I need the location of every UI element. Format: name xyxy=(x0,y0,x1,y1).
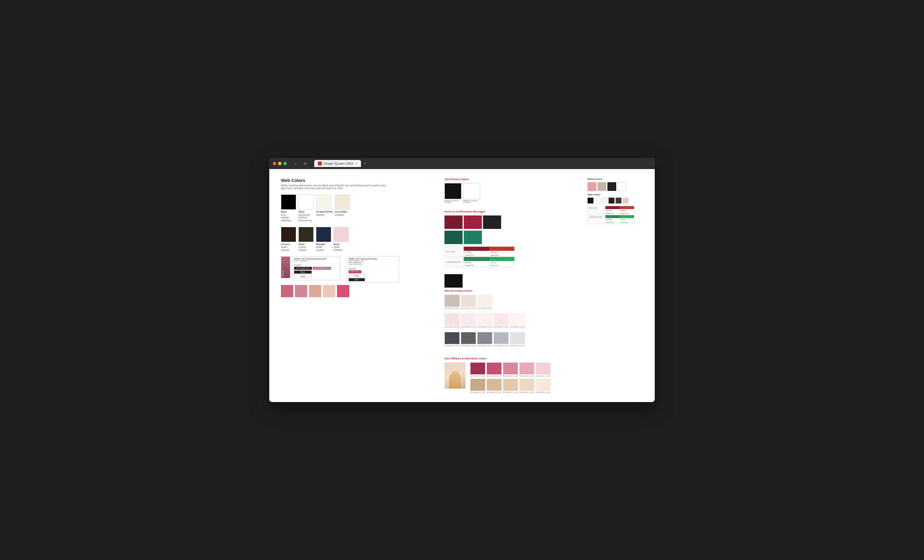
secondary-row2: SECONDARY COLOR SECONDARY COLOR SECONDAR… xyxy=(444,313,585,329)
swatch-box-wood xyxy=(298,227,314,242)
main-layout: Web Colors When creating web assets, we … xyxy=(281,178,643,393)
sec-swatch-pink4: SECONDARY COLOR xyxy=(494,313,509,329)
aff-box-pink2 xyxy=(486,362,502,374)
new-tab-button[interactable]: + xyxy=(362,161,368,166)
swatch-box-black xyxy=(281,195,296,210)
secondary-row3: SECONDARY COLOR SECONDARY COLOR SECONDAR… xyxy=(444,332,585,348)
aff-box-pink1 xyxy=(470,362,485,374)
secondary-colors-section: Site Secondary Colors SECONDARY COLOR SE… xyxy=(444,289,585,348)
error-swatch-3 xyxy=(483,216,501,229)
active-tab[interactable]: Design System 2022 ✕ xyxy=(314,160,361,167)
err-mini-label2: Confirmation Color xyxy=(588,215,605,224)
swatch-box-midnight xyxy=(316,227,331,242)
aff-label-tan1: SECONDARY COLOR xyxy=(470,392,485,393)
sec-swatch-pink3: SECONDARY COLOR xyxy=(477,313,492,329)
sec-label-dkgray4: SECONDARY COLOR xyxy=(494,345,509,348)
minimize-button[interactable] xyxy=(278,162,282,165)
secondary-black-box xyxy=(444,274,463,287)
brand-panel: Brand Colors Web Colors xyxy=(588,178,643,224)
page-subtitle: When creating web assets, we use black a… xyxy=(281,184,386,190)
brand-colors-row xyxy=(588,182,643,191)
aff-label-tan2: SECONDARY COLOR xyxy=(486,392,502,393)
color-swatch-offwhite: Off White (PMS)#FAFAF3 xyxy=(316,195,333,222)
sec-label-dkgray5: SECONDARY COLOR xyxy=(510,345,525,348)
err-mini-cell1b: #A03F1E Sample Text xyxy=(620,206,634,215)
sec-swatch-white2: SECONDARY COLOR xyxy=(477,295,492,311)
white-option[interactable]: White xyxy=(294,275,312,278)
sec-box-pink2 xyxy=(461,313,476,326)
affiliates-layout: SECONDARY COLOR SECONDARY COLOR SECONDAR… xyxy=(444,362,585,393)
aff-box-tan4 xyxy=(519,379,534,391)
tab-favicon xyxy=(318,162,322,166)
page-title: Web Colors xyxy=(281,178,439,183)
maximize-button[interactable] xyxy=(283,162,287,165)
error-swatch-2 xyxy=(464,216,482,229)
mini-chip-coconut xyxy=(609,198,615,204)
aff-label-pink1: SECONDARY COLOR xyxy=(470,375,485,377)
sec-label-pink3: SECONDARY COLOR xyxy=(477,326,492,329)
aff-swatch-tan5: SECONDARY COLOR xyxy=(536,379,551,393)
err-conf-mini-table: Error Color #A03324 Sample Text xyxy=(588,206,634,224)
sec-swatch-dkgray2: SECONDARY COLOR xyxy=(461,332,476,348)
errors-section: Errors & Confirmation Messages Error Col… xyxy=(444,210,585,267)
sec-label-dkgray2: SECONDARY COLOR xyxy=(461,345,476,348)
pantone-section: PANTONE NAME: Hair Training Essentials B… xyxy=(281,256,439,283)
confirmation-cells: #1B7A4A Sample Text #1e7a3c Sample Text xyxy=(464,257,514,267)
color-swatch-blush: BlushFE4E5#F0D5D8 xyxy=(333,227,349,252)
primary-colors-title: Site Primary Colors xyxy=(444,178,585,181)
pink-swatch-4 xyxy=(323,285,335,297)
swatch-label-coconut: Coconut2E4A5#251A15 xyxy=(281,243,296,252)
aff-label-pink3: SECONDARY COLOR xyxy=(503,375,518,377)
tab-title: Design System 2022 xyxy=(324,162,353,165)
swatch-box-offwhite xyxy=(316,195,331,210)
aff-swatch-tan3: SECONDARY COLOR xyxy=(503,379,518,393)
aff-box-pink3 xyxy=(503,362,518,374)
err-conf-mini-row2: Confirmation Color #1B7A4A Sample Text xyxy=(588,215,634,224)
home-icon[interactable]: ⌂ xyxy=(291,159,300,168)
error-cell-2: #A03F1E Sample Text xyxy=(489,247,514,257)
tab-close-button[interactable]: ✕ xyxy=(355,162,357,165)
aff-box-tan5 xyxy=(536,379,551,391)
err-mini-cells-inner2: #1B7A4A Sample Text #1e7a3c Sample Text xyxy=(605,215,634,224)
sec-label-grey: SECONDARY COLOR xyxy=(444,307,460,311)
err-mini-cells1: #A03324 Sample Text #A03F1E Sample Text xyxy=(605,206,634,215)
primary-label-black: BRAND COLOR 1#000000 xyxy=(444,200,460,203)
web-colors-mini-title: Web Colors xyxy=(588,193,643,196)
pink-swatch-5 xyxy=(337,285,349,297)
error-label: Error Color xyxy=(445,247,464,257)
error-confirmation-table: Error Color #A03324 Sample Text #A03F1E xyxy=(444,246,514,267)
sec-swatch-pink5: SECONDARY COLOR xyxy=(510,313,525,329)
close-button[interactable] xyxy=(273,162,276,165)
pantone-color-card: PANTONE xyxy=(281,256,290,278)
sec-label-dkgray3: SECONDARY COLOR xyxy=(477,345,492,348)
aff-swatch-pink1: SECONDARY COLOR xyxy=(470,362,485,377)
color-swatch-ivory: Ivory (PMS)#F5EDE3 xyxy=(335,195,350,222)
primary-swatch-white: BRAND COLOR 2#FFFFFF xyxy=(463,183,480,203)
pink-swatch-1 xyxy=(281,285,293,297)
err-mini-label1: Error Color xyxy=(588,206,605,215)
brand-chip-black xyxy=(608,182,616,191)
globe-icon[interactable]: ⊕ xyxy=(302,159,309,168)
browser-menu-button[interactable]: ··· xyxy=(646,161,651,166)
web-colors-mini-section: Web Colors xyxy=(588,193,643,204)
primary-colors-section: Site Primary Colors BRAND COLOR 1#000000… xyxy=(444,178,585,203)
sec-swatch-dkgray5: SECONDARY COLOR xyxy=(510,332,525,348)
color-swatch-midnight: MidnightR2586#1e2a44 xyxy=(316,227,331,252)
aff-label-pink2: SECONDARY COLOR xyxy=(486,375,502,377)
aff-label-pink4: SECONDARY COLOR xyxy=(519,375,534,377)
aff-box-pink5 xyxy=(536,362,551,374)
sec-box-pink5 xyxy=(510,313,525,326)
pink-swatches-row xyxy=(281,285,439,297)
aff-swatch-pink2: SECONDARY COLOR xyxy=(486,362,502,377)
sec-swatch-grey: SECONDARY COLOR xyxy=(444,295,460,311)
sec-label-dkgray1: SECONDARY COLOR xyxy=(444,345,460,348)
error-row: Error Color #A03324 Sample Text #A03F1E xyxy=(445,247,514,257)
sec-box-dkgray4 xyxy=(494,332,509,344)
mini-chip-wood xyxy=(616,198,621,204)
nav-icons: ⌂ ⊕ xyxy=(291,159,309,168)
sec-box-dkgray1 xyxy=(444,332,460,344)
sec-label-pink1: SECONDARY COLOR xyxy=(444,326,460,329)
black-option[interactable]: Black xyxy=(294,271,312,274)
mini-chip-white1 xyxy=(595,198,600,204)
sec-box-white2 xyxy=(477,295,492,307)
